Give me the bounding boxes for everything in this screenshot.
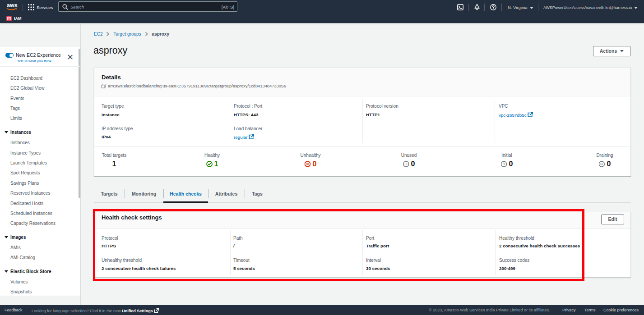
svg-text:aws: aws bbox=[7, 2, 18, 9]
